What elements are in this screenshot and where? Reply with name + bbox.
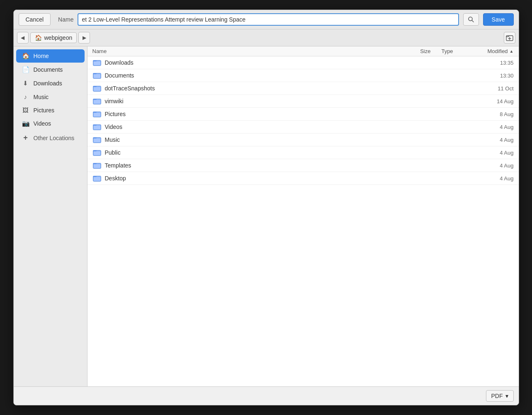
name-column-header[interactable]: Name [92,48,402,54]
documents-icon: 📄 [22,66,29,73]
back-button[interactable]: ◀ [17,32,29,44]
name-label: Name [58,16,73,23]
svg-rect-15 [93,99,96,100]
home-icon: 🏠 [35,34,42,41]
table-row[interactable]: Music 4 Aug [87,133,519,146]
file-modified: 13:30 [464,73,514,79]
pdf-dropdown-icon: ▾ [505,393,508,399]
sidebar: 🏠 Home 📄 Documents ⬇ Downloads ♪ Music 🖼… [14,46,87,386]
folder-icon [92,161,102,170]
type-column-header[interactable]: Type [431,48,464,54]
svg-rect-33 [93,176,96,177]
sidebar-item-downloads[interactable]: ⬇ Downloads [16,77,85,90]
svg-rect-27 [93,150,96,152]
home-sidebar-icon: 🏠 [22,52,29,60]
table-row[interactable]: dotTraceSnapshots 11 Oct [87,82,519,95]
downloads-icon: ⬇ [22,80,29,87]
file-name: Public [105,149,402,156]
file-modified: 4 Aug [464,137,514,143]
sidebar-item-music[interactable]: ♪ Music [16,90,85,103]
table-row[interactable]: Documents 13:30 [87,69,519,82]
svg-rect-12 [93,86,96,87]
folder-icon [92,148,102,157]
file-name: Documents [105,72,402,79]
other-locations-icon: + [22,133,29,142]
svg-rect-18 [93,112,96,113]
sidebar-item-downloads-label: Downloads [34,80,62,87]
file-name: Downloads [105,59,402,66]
location-label: webpigeon [44,34,73,41]
create-folder-button[interactable] [504,32,515,44]
sidebar-item-documents-label: Documents [34,66,63,73]
table-row[interactable]: vimwiki 14 Aug [87,95,519,108]
file-name: Pictures [105,111,402,117]
folder-icon [92,71,102,80]
svg-rect-22 [94,126,100,129]
file-modified: 14 Aug [464,98,514,104]
file-name: Templates [105,162,402,169]
folder-icon [92,97,102,106]
table-row[interactable]: Pictures 8 Aug [87,108,519,121]
pdf-dropdown-button[interactable]: PDF ▾ [486,390,514,402]
svg-rect-7 [94,61,100,65]
forward-button[interactable]: ▶ [78,32,90,44]
svg-rect-16 [94,100,100,104]
svg-rect-21 [93,125,96,126]
sidebar-item-videos[interactable]: 📷 Videos [16,117,85,130]
file-name: Desktop [105,175,402,182]
table-row[interactable]: Public 4 Aug [87,146,519,159]
file-modified: 4 Aug [464,163,514,169]
svg-rect-25 [94,138,100,142]
folder-icon [92,84,102,93]
svg-rect-31 [94,164,100,168]
sidebar-item-pictures[interactable]: 🖼 Pictures [16,104,85,116]
forward-arrow-icon: ▶ [83,35,86,41]
file-list: Downloads 13:35 Documents 13:30 dotTra [87,56,519,386]
svg-rect-13 [94,87,100,91]
file-modified: 4 Aug [464,124,514,130]
folder-icon [92,174,102,183]
navigation-bar: ◀ 🏠 webpigeon ▶ [14,29,519,46]
videos-icon: 📷 [22,120,29,127]
back-arrow-icon: ◀ [21,35,24,41]
svg-rect-30 [93,163,96,165]
sidebar-item-home-label: Home [34,53,49,59]
size-column-header[interactable]: Size [402,48,431,54]
folder-icon [92,135,102,144]
svg-line-1 [472,20,474,22]
sidebar-item-other-locations[interactable]: + Other Locations [16,131,85,145]
table-row[interactable]: Videos 4 Aug [87,121,519,133]
cancel-button[interactable]: Cancel [19,13,51,26]
file-modified: 8 Aug [464,111,514,117]
table-row[interactable]: Templates 4 Aug [87,159,519,172]
file-name: Videos [105,124,402,130]
pdf-label: PDF [491,393,503,399]
file-name: dotTraceSnapshots [105,85,402,92]
dialog-header: Cancel Name Save [14,10,519,29]
sidebar-item-other-locations-label: Other Locations [34,135,75,141]
dialog-footer: PDF ▾ [14,386,519,405]
file-save-dialog: Cancel Name Save ◀ 🏠 webpigeon ▶ [13,10,519,405]
svg-rect-10 [94,74,100,78]
svg-rect-6 [93,61,96,62]
svg-rect-28 [94,151,100,155]
modified-column-header[interactable]: Modified ▲ [464,48,514,54]
search-button[interactable] [463,13,479,26]
table-row[interactable]: Desktop 4 Aug [87,172,519,185]
filename-input[interactable] [78,13,459,26]
svg-rect-9 [93,73,96,75]
sidebar-item-documents[interactable]: 📄 Documents [16,63,85,76]
folder-icon [92,109,102,119]
location-breadcrumb[interactable]: 🏠 webpigeon [30,32,77,43]
save-button[interactable]: Save [483,13,514,26]
table-row[interactable]: Downloads 13:35 [87,56,519,69]
file-modified: 4 Aug [464,150,514,156]
sidebar-item-home[interactable]: 🏠 Home [16,49,85,63]
file-modified: 4 Aug [464,175,514,182]
folder-icon [92,58,102,67]
file-name: Music [105,136,402,143]
svg-rect-24 [93,138,96,139]
search-icon [468,16,474,23]
file-modified: 11 Oct [464,85,514,92]
dialog-body: 🏠 Home 📄 Documents ⬇ Downloads ♪ Music 🖼… [14,46,519,386]
